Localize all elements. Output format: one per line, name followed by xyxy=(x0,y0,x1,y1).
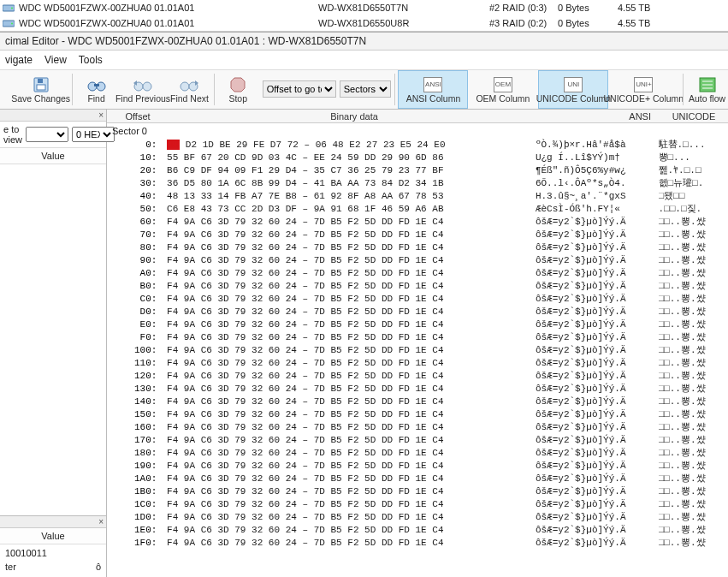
device-row[interactable]: WDC WD5001FZWX-00ZHUA0 01.01A01 WD-WX81D… xyxy=(0,15,728,31)
hex-unicode[interactable]: □□..뽕.썄 xyxy=(659,524,729,537)
hex-unicode[interactable]: □됐□□ xyxy=(659,190,729,203)
hex-bytes[interactable]: F4 9A C6 3D 79 32 60 24 – 7D B5 F2 5D DD… xyxy=(167,511,525,524)
stop-button[interactable]: Stop xyxy=(218,70,259,109)
hex-ansi[interactable]: ôšÆ=y2`$}µò]Ýý.Ä xyxy=(536,460,654,473)
hex-bytes[interactable]: F4 9A C6 3D 79 32 60 24 – 7D B5 F2 5D DD… xyxy=(167,447,525,460)
hex-ansi[interactable]: ôšÆ=y2`$}µò]Ýý.Ä xyxy=(536,267,654,280)
hex-bytes[interactable]: F4 9A C6 3D 79 32 60 24 – 7D B5 F2 5D DD… xyxy=(167,216,525,229)
menu-tools[interactable]: Tools xyxy=(79,54,103,66)
hex-row[interactable]: B0:F4 9A C6 3D 79 32 60 24 – 7D B5 F2 5D… xyxy=(112,280,728,293)
find-previous-button[interactable]: Find Previous xyxy=(117,70,169,109)
hex-row[interactable]: F0:F4 9A C6 3D 79 32 60 24 – 7D B5 F2 5D… xyxy=(112,331,728,344)
hex-ansi[interactable]: ôšÆ=y2`$}µò]Ýý.Ä xyxy=(536,473,654,485)
hex-row[interactable]: 20:B6 C9 DF 94 09 F1 29 D4 – 35 C7 36 25… xyxy=(112,164,728,177)
hex-ansi[interactable]: ôšÆ=y2`$}µò]Ýý.Ä xyxy=(536,306,654,318)
hex-bytes[interactable]: F4 9A C6 3D 79 32 60 24 – 7D B5 F2 5D DD… xyxy=(167,383,525,396)
hex-bytes[interactable]: F4 9A C6 3D 79 32 60 24 – 7D B5 F2 5D DD… xyxy=(167,460,525,473)
hex-bytes[interactable]: C6 E8 43 73 CC 2D D3 DF – 9A 91 68 1F 46… xyxy=(167,203,525,216)
hex-bytes[interactable]: F4 9A C6 3D 79 32 60 24 – 7D B5 F2 5D DD… xyxy=(167,306,525,318)
hex-bytes[interactable]: F4 9A C6 3D 79 32 60 24 – 7D B5 F2 5D DD… xyxy=(167,293,525,306)
hex-ansi[interactable]: ôšÆ=y2`$}µò]Ýý.Ä xyxy=(536,396,654,408)
hex-ansi[interactable]: ôšÆ=y2`$}µò]Ýý.Ä xyxy=(536,254,654,267)
hex-row[interactable]: E0:F4 9A C6 3D 79 32 60 24 – 7D B5 F2 5D… xyxy=(112,318,728,331)
ansi-column-button[interactable]: ANSI ANSI Column xyxy=(398,70,468,109)
hex-row[interactable]: 190:F4 9A C6 3D 79 32 60 24 – 7D B5 F2 5… xyxy=(112,460,728,473)
hex-unicode[interactable]: □□..뽕.썄 xyxy=(659,241,729,254)
hex-ansi[interactable]: ôšÆ=y2`$}µò]Ýý.Ä xyxy=(536,421,654,434)
hex-row[interactable]: 140:F4 9A C6 3D 79 32 60 24 – 7D B5 F2 5… xyxy=(112,396,728,408)
hex-bytes[interactable]: BB D2 1D BE 29 FE D7 72 – 06 48 E2 27 23… xyxy=(167,139,525,152)
offset-goto-select[interactable]: Offset to go to xyxy=(263,80,336,98)
hex-row[interactable]: 1D0:F4 9A C6 3D 79 32 60 24 – 7D B5 F2 5… xyxy=(112,511,728,524)
hex-ansi[interactable]: ºÒ.¾)þ×r.Hâ'#å$à xyxy=(536,139,654,152)
find-next-button[interactable]: Find Next xyxy=(169,70,210,109)
hex-unicode[interactable]: □□..뽕.썄 xyxy=(659,408,729,421)
hex-ansi[interactable]: ôšÆ=y2`$}µò]Ýý.Ä xyxy=(536,434,654,447)
hex-unicode[interactable]: 헶□뉴瓘□. xyxy=(659,177,729,190)
hex-unicode[interactable]: 쩶.ﾔ.□.□ xyxy=(659,164,729,177)
hex-unicode[interactable]: □□..뽕.썄 xyxy=(659,267,729,280)
hex-unicode[interactable]: 駐替.□... xyxy=(659,139,729,152)
hex-ansi[interactable]: ¶Éß".ñ)Ô5Ç6%y#w¿ xyxy=(536,164,654,177)
hex-unicode[interactable]: □□..뽕.썄 xyxy=(659,280,729,293)
hex-bytes[interactable]: F4 9A C6 3D 79 32 60 24 – 7D B5 F2 5D DD… xyxy=(167,254,525,267)
panel-close-button[interactable]: × xyxy=(0,110,106,122)
hex-row[interactable]: 1B0:F4 9A C6 3D 79 32 60 24 – 7D B5 F2 5… xyxy=(112,485,728,498)
hex-row[interactable]: 70:F4 9A C6 3D 79 32 60 24 – 7D B5 F2 5D… xyxy=(112,229,728,241)
hex-bytes[interactable]: B6 C9 DF 94 09 F1 29 D4 – 35 C7 36 25 79… xyxy=(167,164,525,177)
menu-navigate[interactable]: vigate xyxy=(5,54,33,66)
hex-unicode[interactable]: □□..뽕.썄 xyxy=(659,511,729,524)
hex-unicode[interactable]: □□..뽕.썄 xyxy=(659,344,729,357)
hex-row[interactable]: 10:55 BF 67 20 CD 9D 03 4C – EE 24 59 DD… xyxy=(112,152,728,164)
hex-ansi[interactable]: ôšÆ=y2`$}µò]Ýý.Ä xyxy=(536,216,654,229)
hex-row[interactable]: 0:BB D2 1D BE 29 FE D7 72 – 06 48 E2 27 … xyxy=(112,139,728,152)
hex-bytes[interactable]: F4 9A C6 3D 79 32 60 24 – 7D B5 F2 5D DD… xyxy=(167,357,525,370)
hex-bytes[interactable]: F4 9A C6 3D 79 32 60 24 – 7D B5 F2 5D DD… xyxy=(167,396,525,408)
hex-unicode[interactable]: □□..뽕.썄 xyxy=(659,498,729,511)
hex-ansi[interactable]: ôšÆ=y2`$}µò]Ýý.Ä xyxy=(536,280,654,293)
hex-row[interactable]: 50:C6 E8 43 73 CC 2D D3 DF – 9A 91 68 1F… xyxy=(112,203,728,216)
hex-row[interactable]: 160:F4 9A C6 3D 79 32 60 24 – 7D B5 F2 5… xyxy=(112,421,728,434)
hex-bytes[interactable]: F4 9A C6 3D 79 32 60 24 – 7D B5 F2 5D DD… xyxy=(167,331,525,344)
auto-flow-button[interactable]: Auto flow xyxy=(687,70,728,109)
panel-close-button[interactable]: × xyxy=(0,516,106,528)
hex-unicode[interactable]: □□..뽕.썄 xyxy=(659,229,729,241)
hex-unicode[interactable]: □□..뽕.썄 xyxy=(659,383,729,396)
hex-unicode[interactable]: 뽕□... xyxy=(659,152,729,164)
hex-row[interactable]: 1F0:F4 9A C6 3D 79 32 60 24 – 7D B5 F2 5… xyxy=(112,537,728,550)
hex-unicode[interactable]: □□..뽕.썄 xyxy=(659,306,729,318)
hex-bytes[interactable]: F4 9A C6 3D 79 32 60 24 – 7D B5 F2 5D DD… xyxy=(167,370,525,383)
hex-unicode[interactable]: □□..뽕.썄 xyxy=(659,216,729,229)
menu-view[interactable]: View xyxy=(44,54,67,66)
hex-row[interactable]: 1E0:F4 9A C6 3D 79 32 60 24 – 7D B5 F2 5… xyxy=(112,524,728,537)
hex-row[interactable]: C0:F4 9A C6 3D 79 32 60 24 – 7D B5 F2 5D… xyxy=(112,293,728,306)
hex-bytes[interactable]: 48 13 33 14 FB A7 7E B8 – 61 92 8F A8 AA… xyxy=(167,190,525,203)
hex-row[interactable]: 110:F4 9A C6 3D 79 32 60 24 – 7D B5 F2 5… xyxy=(112,357,728,370)
hex-unicode[interactable]: □□..뽕.썄 xyxy=(659,447,729,460)
hex-unicode[interactable]: □□..뽕.썄 xyxy=(659,254,729,267)
hex-bytes[interactable]: F4 9A C6 3D 79 32 60 24 – 7D B5 F2 5D DD… xyxy=(167,473,525,485)
hex-bytes[interactable]: F4 9A C6 3D 79 32 60 24 – 7D B5 F2 5D DD… xyxy=(167,434,525,447)
hex-ansi[interactable]: ôšÆ=y2`$}µò]Ýý.Ä xyxy=(536,498,654,511)
hex-ansi[interactable]: ôšÆ=y2`$}µò]Ýý.Ä xyxy=(536,524,654,537)
hex-bytes[interactable]: 55 BF 67 20 CD 9D 03 4C – EE 24 59 DD 29… xyxy=(167,152,525,164)
find-button[interactable]: Find xyxy=(76,70,117,109)
hex-ansi[interactable]: ôšÆ=y2`$}µò]Ýý.Ä xyxy=(536,447,654,460)
hex-row[interactable]: 60:F4 9A C6 3D 79 32 60 24 – 7D B5 F2 5D… xyxy=(112,216,728,229)
hex-unicode[interactable]: □□..뽕.썄 xyxy=(659,485,729,498)
hex-ansi[interactable]: 6Õ..l‹.ÔAº*s„Ò4. xyxy=(536,177,654,190)
hex-unicode[interactable]: □□..뽕.썄 xyxy=(659,434,729,447)
hex-unicode[interactable]: □□..뽕.썄 xyxy=(659,537,729,550)
hex-unicode[interactable]: □□..뽕.썄 xyxy=(659,473,729,485)
hex-bytes[interactable]: F4 9A C6 3D 79 32 60 24 – 7D B5 F2 5D DD… xyxy=(167,421,525,434)
hex-row[interactable]: 40:48 13 33 14 FB A7 7E B8 – 61 92 8F A8… xyxy=(112,190,728,203)
hex-ansi[interactable]: ôšÆ=y2`$}µò]Ýý.Ä xyxy=(536,229,654,241)
hex-row[interactable]: 180:F4 9A C6 3D 79 32 60 24 – 7D B5 F2 5… xyxy=(112,447,728,460)
hex-bytes[interactable]: F4 9A C6 3D 79 32 60 24 – 7D B5 F2 5D DD… xyxy=(167,498,525,511)
device-row[interactable]: WDC WD5001FZWX-00ZHUA0 01.01A01 WD-WX81D… xyxy=(0,0,728,15)
hex-bytes[interactable]: F4 9A C6 3D 79 32 60 24 – 7D B5 F2 5D DD… xyxy=(167,485,525,498)
hex-ansi[interactable]: ôšÆ=y2`$}µò]Ýý.Ä xyxy=(536,383,654,396)
hex-ansi[interactable]: ÆèCsÌ-Óß'h.FY¦« xyxy=(536,203,654,216)
hex-row[interactable]: 100:F4 9A C6 3D 79 32 60 24 – 7D B5 F2 5… xyxy=(112,344,728,357)
hex-row[interactable]: 1C0:F4 9A C6 3D 79 32 60 24 – 7D B5 F2 5… xyxy=(112,498,728,511)
